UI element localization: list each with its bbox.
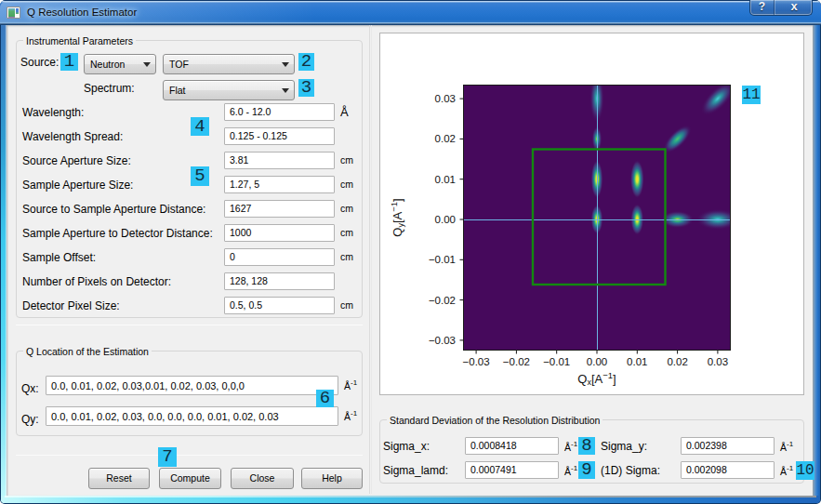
svg-text:−0.03: −0.03 — [463, 356, 490, 367]
svg-text:Qy[A−1]: Qy[A−1] — [389, 198, 405, 236]
svg-text:Qx[A−1]: Qx[A−1] — [577, 370, 616, 387]
svg-text:0.02: 0.02 — [435, 133, 456, 144]
svg-text:−0.01: −0.01 — [429, 254, 456, 265]
svg-text:0.00: 0.00 — [587, 356, 607, 367]
svg-text:0.03: 0.03 — [435, 93, 456, 104]
svg-text:−0.02: −0.02 — [429, 295, 456, 306]
svg-text:−0.02: −0.02 — [503, 356, 530, 367]
svg-text:0.03: 0.03 — [708, 356, 728, 367]
svg-text:−0.01: −0.01 — [543, 356, 570, 367]
svg-text:0.01: 0.01 — [627, 356, 647, 367]
svg-text:0.01: 0.01 — [435, 174, 456, 185]
svg-text:0.02: 0.02 — [667, 356, 687, 367]
svg-text:0.00: 0.00 — [435, 214, 456, 225]
svg-text:−0.03: −0.03 — [429, 335, 456, 346]
